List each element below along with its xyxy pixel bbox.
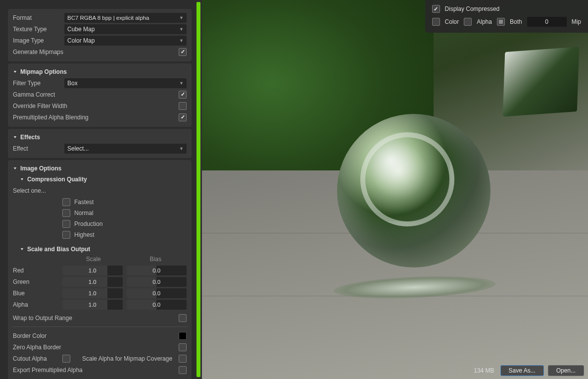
zero-alpha-border-label: Zero Alpha Border — [13, 344, 175, 351]
quality-production-label: Production — [74, 220, 102, 227]
compression-quality-options: FastestNormalProductionHighest — [62, 198, 187, 239]
alpha-scale-field[interactable]: 1.0 — [62, 300, 123, 310]
scale-column-header: Scale — [62, 256, 125, 263]
zero-alpha-border-checkbox[interactable] — [179, 343, 187, 351]
effects-header[interactable]: ▼ Effects — [13, 132, 187, 143]
blue-scale-field[interactable]: 1.0 — [62, 288, 123, 298]
properties-panel[interactable]: Format BC7 RGBA 8 bpp | explicit alpha ▼… — [0, 0, 196, 379]
save-as-button[interactable]: Save As... — [500, 365, 544, 376]
gamma-correct-checkbox[interactable] — [179, 91, 187, 99]
format-value: BC7 RGBA 8 bpp | explicit alpha — [67, 15, 149, 21]
effects-panel: ▼ Effects Effect Select... ▼ — [8, 129, 192, 158]
mip-level-field[interactable]: 0 — [527, 17, 567, 27]
chevron-down-icon: ▼ — [179, 38, 184, 43]
scale-alpha-mip-coverage-label: Scale Alpha for Mipmap Coverage — [82, 355, 172, 362]
mipmap-options-panel: ▼ Mipmap Options Filter Type Box ▼ Gamma… — [8, 63, 192, 127]
cutout-alpha-checkbox[interactable] — [62, 355, 70, 363]
display-color-checkbox[interactable] — [432, 18, 440, 26]
display-compressed-label: Display Compressed — [445, 5, 500, 12]
override-filter-width-checkbox[interactable] — [179, 102, 187, 110]
texture-preview-viewport[interactable]: Display Compressed Color Alpha Both 0 Mi… — [202, 0, 588, 379]
compression-quality-title: Compression Quality — [27, 176, 87, 183]
open-button[interactable]: Open... — [548, 365, 584, 376]
filter-type-dropdown[interactable]: Box ▼ — [64, 78, 187, 88]
effect-value: Select... — [67, 145, 89, 152]
image-options-header[interactable]: ▼ Image Options — [13, 163, 187, 174]
channel-label: Red — [13, 267, 58, 274]
mipmap-options-title: Mipmap Options — [20, 68, 67, 75]
wrap-output-range-label: Wrap to Output Range — [13, 315, 175, 322]
quality-option-production[interactable]: Production — [62, 220, 187, 228]
quality-highest-label: Highest — [74, 231, 95, 238]
channel-row-red: Red1.00.0 — [13, 265, 187, 276]
quality-production-checkbox[interactable] — [62, 220, 70, 228]
preview-cube — [503, 47, 579, 117]
texture-type-value: Cube Map — [67, 26, 95, 33]
image-type-dropdown[interactable]: Color Map ▼ — [64, 36, 187, 46]
image-options-title: Image Options — [20, 165, 61, 172]
blue-bias-field[interactable]: 0.0 — [127, 288, 187, 298]
quality-normal-checkbox[interactable] — [62, 209, 70, 217]
override-filter-width-label: Override Filter Width — [13, 103, 175, 109]
preview-display-overlay: Display Compressed Color Alpha Both 0 Mi… — [425, 0, 588, 33]
display-compressed-checkbox[interactable] — [432, 5, 440, 13]
channel-label: Green — [13, 278, 58, 285]
red-bias-field[interactable]: 0.0 — [127, 266, 187, 275]
quality-normal-label: Normal — [74, 210, 94, 217]
quality-highest-checkbox[interactable] — [62, 231, 70, 239]
quality-fastest-checkbox[interactable] — [62, 198, 70, 206]
channel-label: Alpha — [13, 301, 58, 308]
chevron-down-icon: ▼ — [179, 81, 184, 86]
preview-sphere — [337, 114, 490, 268]
export-premult-alpha-checkbox[interactable] — [179, 366, 187, 374]
triangle-down-icon: ▼ — [13, 166, 17, 170]
triangle-down-icon: ▼ — [20, 177, 24, 181]
format-dropdown[interactable]: BC7 RGBA 8 bpp | explicit alpha ▼ — [64, 13, 187, 23]
green-bias-field[interactable]: 0.0 — [127, 277, 187, 287]
display-alpha-checkbox[interactable] — [464, 18, 472, 26]
border-color-swatch[interactable] — [179, 332, 187, 340]
display-color-label: Color — [445, 18, 459, 25]
format-label: Format — [13, 14, 60, 21]
texture-type-label: Texture Type — [13, 26, 60, 33]
chevron-down-icon: ▼ — [179, 27, 184, 32]
triangle-down-icon: ▼ — [20, 247, 24, 251]
effect-label: Effect — [13, 145, 60, 152]
wrap-output-range-checkbox[interactable] — [179, 314, 187, 322]
red-scale-field[interactable]: 1.0 — [62, 266, 123, 275]
panel-resize-handle[interactable] — [196, 2, 200, 377]
green-scale-field[interactable]: 1.0 — [62, 277, 123, 287]
export-premult-alpha-label: Export Premultiplied Alpha — [13, 367, 175, 374]
quality-fastest-label: Fastest — [74, 199, 94, 206]
texture-type-dropdown[interactable]: Cube Map ▼ — [64, 24, 187, 34]
mipmap-options-header[interactable]: ▼ Mipmap Options — [13, 66, 187, 77]
generate-mipmaps-label: Generate Mipmaps — [13, 49, 92, 55]
generate-mipmaps-checkbox[interactable] — [179, 48, 187, 56]
image-options-panel: ▼ Image Options ▼ Compression Quality Se… — [8, 160, 192, 379]
compression-quality-header[interactable]: ▼ Compression Quality — [13, 174, 187, 185]
image-type-value: Color Map — [67, 37, 95, 44]
cutout-alpha-label: Cutout Alpha — [13, 355, 58, 362]
premultiplied-alpha-label: Premultiplied Alpha Blending — [13, 114, 175, 121]
triangle-down-icon: ▼ — [13, 70, 17, 74]
preview-footer: 134 MB Save As... Open... — [474, 365, 584, 376]
mip-level-value: 0 — [545, 18, 548, 25]
channel-label: Blue — [13, 290, 58, 297]
effect-dropdown[interactable]: Select... ▼ — [64, 144, 187, 154]
image-type-label: Image Type — [13, 37, 60, 44]
texture-settings-panel: Format BC7 RGBA 8 bpp | explicit alpha ▼… — [8, 9, 192, 61]
alpha-bias-field[interactable]: 0.0 — [127, 300, 187, 310]
filter-type-value: Box — [67, 80, 78, 87]
quality-option-fastest[interactable]: Fastest — [62, 198, 187, 206]
premultiplied-alpha-checkbox[interactable] — [179, 113, 187, 121]
mip-label: Mip — [572, 18, 581, 25]
triangle-down-icon: ▼ — [13, 135, 17, 139]
scale-bias-header[interactable]: ▼ Scale and Bias Output — [13, 244, 187, 255]
display-both-checkbox[interactable] — [497, 18, 505, 26]
bias-column-header: Bias — [125, 256, 187, 263]
chevron-down-icon: ▼ — [179, 15, 184, 20]
quality-option-normal[interactable]: Normal — [62, 209, 187, 217]
scale-alpha-mip-coverage-checkbox[interactable] — [179, 355, 187, 363]
quality-option-highest[interactable]: Highest — [62, 231, 187, 239]
gamma-correct-label: Gamma Correct — [13, 91, 175, 98]
